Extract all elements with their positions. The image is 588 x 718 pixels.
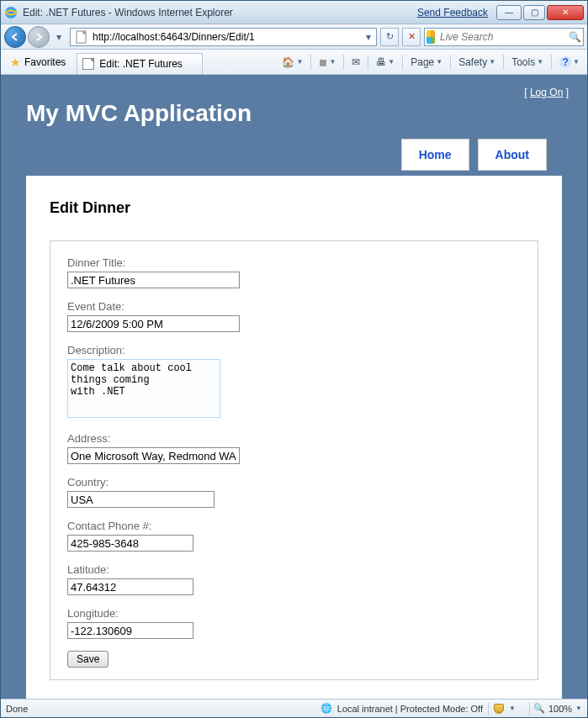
help-icon: ? [559, 56, 571, 68]
latitude-input[interactable] [67, 578, 193, 595]
dinner-title-input[interactable] [67, 272, 240, 288]
dinner-title-label: Dinner Title: [67, 256, 521, 269]
recent-pages-dropdown[interactable]: ▾ [56, 31, 66, 43]
logon-area: [ Log On ] [26, 87, 569, 98]
send-feedback-link[interactable]: Send Feedback [417, 7, 488, 18]
titlebar: Edit: .NET Futures - Windows Internet Ex… [1, 1, 587, 24]
zone-dropdown[interactable]: ▼ [509, 705, 516, 712]
phone-input[interactable] [67, 535, 193, 552]
address-dropdown[interactable]: ▾ [363, 31, 374, 43]
page-menu-label: Page [411, 56, 434, 68]
page-heading: Edit Dinner [50, 199, 538, 217]
forward-button[interactable] [28, 26, 50, 48]
print-icon: 🖶 [376, 56, 386, 68]
safety-menu-label: Safety [458, 56, 487, 68]
window-title: Edit: .NET Futures - Windows Internet Ex… [23, 7, 233, 18]
stop-button[interactable]: ✕ [402, 28, 421, 46]
page-menu[interactable]: Page▼ [406, 54, 447, 71]
search-box[interactable]: 🔍 [424, 28, 584, 46]
site-header: [ Log On ] My MVC Application Home About [6, 77, 582, 171]
browser-tab[interactable]: Edit: .NET Futures [77, 53, 203, 74]
ie-icon [4, 6, 18, 19]
safety-menu[interactable]: Safety▼ [454, 54, 500, 71]
internet-zone-icon: 🌐 [320, 703, 332, 714]
latitude-label: Latitude: [67, 563, 521, 576]
live-search-icon [426, 30, 435, 44]
address-input[interactable] [67, 447, 240, 464]
svg-point-0 [5, 7, 17, 18]
ie-window: Edit: .NET Futures - Windows Internet Ex… [0, 0, 588, 718]
minimize-button[interactable]: — [496, 5, 522, 20]
event-date-input[interactable] [67, 315, 240, 332]
favorites-label: Favorites [24, 56, 66, 68]
description-label: Description: [67, 344, 521, 356]
nav-home[interactable]: Home [401, 139, 469, 171]
arrow-left-icon [10, 32, 20, 42]
zoom-dropdown[interactable]: ▼ [575, 705, 582, 712]
save-button[interactable]: Save [67, 651, 109, 668]
home-button[interactable]: 🏠▼ [278, 54, 307, 71]
country-label: Country: [67, 476, 521, 488]
back-button[interactable] [4, 26, 26, 48]
refresh-button[interactable]: ↻ [380, 28, 399, 46]
zoom-level[interactable]: 100% [548, 704, 572, 714]
tab-title: Edit: .NET Futures [99, 58, 182, 70]
longitude-input[interactable] [67, 622, 193, 639]
refresh-icon: ↻ [386, 31, 394, 42]
help-button[interactable]: ?▼ [555, 54, 584, 71]
maximize-button[interactable]: ▢ [523, 5, 545, 20]
url-input[interactable] [91, 29, 363, 45]
address-label: Address: [67, 432, 521, 445]
search-button[interactable]: 🔍 [569, 31, 581, 43]
stop-icon: ✕ [408, 31, 416, 42]
site-root: [ Log On ] My MVC Application Home About… [6, 77, 582, 699]
longitude-label: Longitude: [67, 607, 521, 620]
tools-menu-label: Tools [511, 56, 535, 68]
page-icon [75, 30, 88, 44]
status-text: Done [6, 704, 28, 714]
site-nav: Home About [26, 139, 569, 171]
rss-icon: ◼ [319, 56, 327, 68]
mail-icon: ✉ [352, 56, 360, 68]
feeds-button[interactable]: ◼▼ [315, 54, 340, 71]
content-area: Edit Dinner Dinner Title: Event Date: De… [26, 176, 562, 699]
description-textarea[interactable]: Come talk about cool things coming with … [67, 359, 220, 418]
event-date-label: Event Date: [67, 300, 521, 313]
arrow-right-icon [34, 32, 44, 42]
navigation-bar: ▾ ▾ ↻ ✕ 🔍 [1, 24, 587, 50]
edit-form: Dinner Title: Event Date: Description: C… [50, 240, 538, 680]
nav-about[interactable]: About [478, 139, 547, 171]
site-title: My MVC Application [26, 100, 569, 127]
star-icon: ★ [10, 55, 21, 69]
tab-page-icon [82, 58, 94, 70]
print-button[interactable]: 🖶▼ [372, 54, 399, 71]
close-button[interactable]: ✕ [547, 5, 584, 20]
country-input[interactable] [67, 491, 215, 508]
zoom-icon[interactable]: 🔍 [533, 703, 545, 714]
browser-viewport: [ Log On ] My MVC Application Home About… [1, 75, 587, 699]
zone-text: Local intranet | Protected Mode: Off [337, 704, 483, 714]
command-bar: ★ Favorites Edit: .NET Futures 🏠▼ ◼▼ ✉ 🖶… [1, 50, 587, 75]
address-bar[interactable]: ▾ [70, 28, 377, 46]
search-input[interactable] [438, 30, 569, 44]
logon-link[interactable]: Log On [530, 87, 563, 98]
read-mail-button[interactable]: ✉ [347, 54, 364, 71]
window-buttons: — ▢ ✕ [496, 5, 584, 20]
protected-mode-icon [494, 704, 504, 714]
logon-bracket-left: [ [524, 87, 527, 98]
logon-bracket-right: ] [566, 87, 569, 98]
favorites-button[interactable]: ★ Favorites [4, 53, 72, 71]
home-icon: 🏠 [282, 56, 294, 68]
phone-label: Contact Phone #: [67, 520, 521, 532]
status-bar: Done 🌐 Local intranet | Protected Mode: … [1, 699, 587, 717]
tools-menu[interactable]: Tools▼ [507, 54, 548, 71]
